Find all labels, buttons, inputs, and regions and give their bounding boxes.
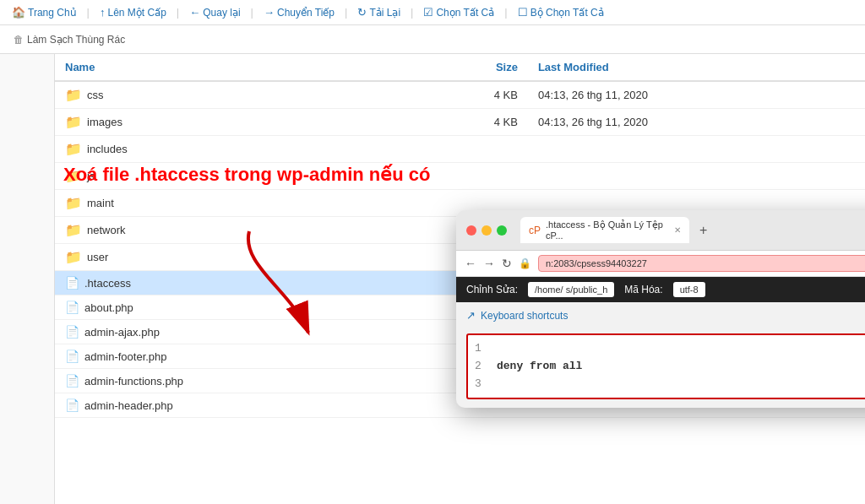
tab-title: .htaccess - Bộ Quản Lý Tệp cP... [546,219,669,241]
main-layout: Xoá file .htaccess trong wp-admin nếu có… [0,54,865,504]
home-button[interactable]: 🏠 Trang Chủ [7,4,82,20]
browser-forward-button[interactable]: → [483,257,495,270]
file-name-cell: 📁 css [55,81,414,109]
uncheck-icon: ☐ [518,6,528,19]
code-line: 2 deny from all [475,358,865,376]
encoding-value: utf-8 [673,282,705,297]
file-name-cell: 📁 images [55,109,414,136]
file-name-cell: 📄 .htaccess [55,271,414,295]
home-icon: 🏠 [12,6,25,19]
table-row[interactable]: 📁 css 4 KB 04:13, 26 thg 11, 2020 [55,81,865,109]
file-name: includes [87,143,128,155]
folder-icon: 📁 [65,249,82,265]
code-editor[interactable]: 1 2 deny from all 3 [466,333,865,399]
maximize-window-button[interactable] [497,225,507,236]
file-name: admin-functions.php [84,375,183,387]
file-name-cell: 📁 network [55,217,414,244]
reload-icon: ↻ [357,6,367,19]
trash-icon: 🗑 [14,34,24,46]
php-icon: 📄 [65,398,79,412]
file-name: network [87,224,126,236]
folder-icon: 📁 [65,87,82,103]
divider6: | [504,6,507,19]
line-number: 2 [475,358,487,376]
select-all-button[interactable]: ☑ Chọn Tất Cả [418,4,499,20]
htaccess-icon: 📄 [65,276,79,290]
tab-close-button[interactable]: ✕ [674,225,681,235]
file-name-cell: 📄 admin-functions.php [55,369,414,393]
minimize-window-button[interactable] [481,225,492,236]
file-size [414,163,528,190]
file-area: Xoá file .htaccess trong wp-admin nếu có… [55,54,865,504]
file-name: admin-header.php [84,399,173,412]
url-bar[interactable]: n:2083/cpsess94403227 [538,255,865,272]
toolbar-row2: 🗑 Làm Sạch Thùng Rác [0,25,865,54]
lock-icon: 🔒 [519,257,531,269]
col-name: Name [55,54,414,81]
editor-header: Chỉnh Sửa: /home/ s/public_h Mã Hóa: utf… [456,277,865,302]
table-row[interactable]: 📁 includes [55,136,865,163]
new-tab-button[interactable]: + [699,223,707,238]
file-name-cell: 📁 includes [55,136,414,163]
file-name: css [87,89,104,101]
file-modified [528,136,865,163]
code-content: deny from all [497,358,582,376]
browser-titlebar: cP .htaccess - Bộ Quản Lý Tệp cP... ✕ + [456,210,865,251]
code-line: 1 [475,340,865,358]
file-name: about.php [84,301,133,314]
divider2: | [177,6,179,19]
file-size: 4 KB [414,109,528,136]
file-size [414,136,528,163]
folder-icon: 📁 [65,168,82,184]
back-button[interactable]: ← Quay lại [184,4,245,20]
file-name-cell: 📄 admin-header.php [55,393,414,418]
php-icon: 📄 [65,301,79,314]
file-name: admin-ajax.php [84,326,160,339]
trash-button[interactable]: 🗑 Làm Sạch Thùng Rác [7,31,132,48]
file-name-cell: 📁 user [55,244,414,271]
encoding-label: Mã Hóa: [624,284,662,295]
file-name: images [87,116,122,128]
table-row[interactable]: 📁 js [55,163,865,190]
line-number: 1 [475,340,487,358]
up-button[interactable]: ↑ Lên Một Cấp [95,4,171,20]
toolbar-row1: 🏠 Trang Chủ | ↑ Lên Một Cấp | ← Quay lại… [0,0,865,25]
divider3: | [251,6,253,19]
browser-back-button[interactable]: ← [465,257,476,270]
file-name: .htaccess [84,277,131,290]
deselect-all-button[interactable]: ☐ Bộ Chọn Tất Cả [513,4,609,20]
file-name: admin-footer.php [84,350,167,363]
browser-tab[interactable]: cP .htaccess - Bộ Quản Lý Tệp cP... ✕ [520,217,689,243]
traffic-lights [466,225,507,236]
file-name-cell: 📁 js [55,163,414,190]
checkbox-icon: ☑ [423,6,433,19]
forward-icon: → [264,6,275,19]
reload-button[interactable]: ↻ Tải Lại [352,4,405,20]
up-icon: ↑ [100,6,106,19]
folder-icon: 📁 [65,114,82,130]
divider4: | [345,6,347,19]
table-row[interactable]: 📁 images 4 KB 04:13, 26 thg 11, 2020 [55,109,865,136]
browser-nav: ← → ↻ 🔒 n:2083/cpsess94403227 [456,251,865,277]
keyboard-shortcuts-link[interactable]: ↗ Keyboard shortcuts [456,302,865,328]
folder-icon: 📁 [65,195,82,211]
forward-button[interactable]: → Chuyển Tiếp [258,4,340,20]
col-modified: Last Modified [528,54,865,81]
file-modified [528,163,865,190]
external-link-icon: ↗ [466,309,476,322]
divider5: | [411,6,413,19]
file-size: 4 KB [414,81,528,109]
close-window-button[interactable] [466,225,476,236]
cpanel-icon: cP [529,225,541,236]
divider1: | [87,6,90,19]
sidebar [0,54,55,504]
file-name-cell: 📄 about.php [55,295,414,320]
browser-reload-button[interactable]: ↻ [502,257,512,270]
editor-path: /home/ s/public_h [528,282,614,297]
browser-popup: cP .htaccess - Bộ Quản Lý Tệp cP... ✕ + … [456,210,865,408]
keyboard-shortcuts-label: Keyboard shortcuts [481,310,568,322]
code-line: 3 [475,376,865,393]
file-modified: 04:13, 26 thg 11, 2020 [528,81,865,109]
file-name: maint [87,197,114,209]
php-icon: 📄 [65,325,79,339]
